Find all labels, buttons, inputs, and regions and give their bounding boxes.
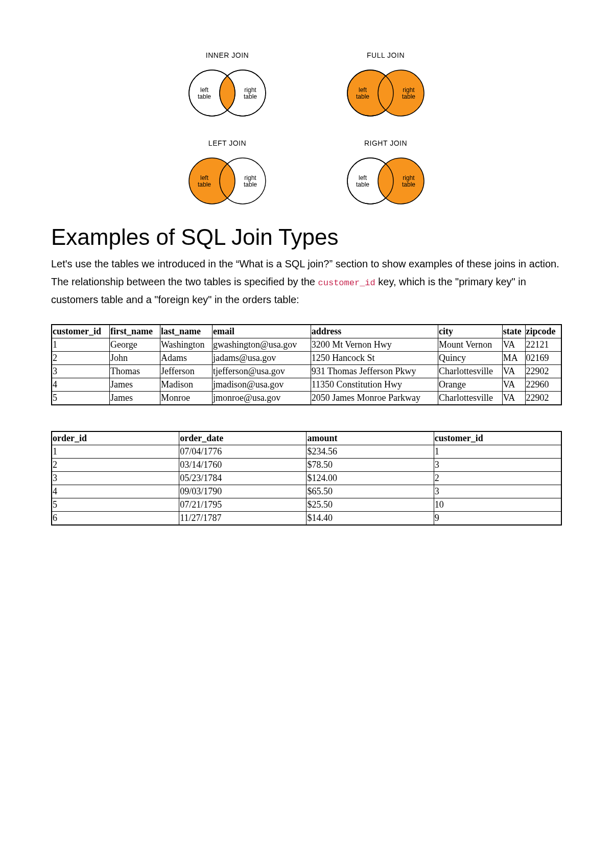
table-cell: Washington — [160, 338, 213, 352]
table-cell: 1 — [434, 445, 561, 459]
intro-paragraph: Let's use the tables we introduced in th… — [51, 255, 562, 309]
table-cell: Adams — [160, 352, 213, 365]
svg-text:left: left — [200, 86, 209, 94]
table-cell: Monroe — [160, 392, 213, 405]
table-cell: 3 — [434, 459, 561, 472]
table-cell: John — [109, 352, 160, 365]
table-cell: 5 — [52, 392, 109, 405]
table-cell: 5 — [52, 498, 179, 512]
table-row: 611/27/1787$14.409 — [52, 512, 561, 526]
table-cell: 22902 — [525, 392, 561, 405]
table-cell: 2050 James Monroe Parkway — [311, 392, 438, 405]
svg-text:right: right — [244, 174, 256, 181]
table-cell: James — [109, 392, 160, 405]
table-cell: 1250 Hancock St — [311, 352, 438, 365]
table-cell: Quincy — [438, 352, 503, 365]
table-cell: Charlottesville — [438, 392, 503, 405]
customers-header-cell: address — [311, 325, 438, 338]
customers-header-cell: customer_id — [52, 325, 109, 338]
venn-inner-join-icon: left table right table — [171, 62, 284, 124]
svg-text:left: left — [200, 174, 209, 181]
table-cell: 3 — [52, 472, 179, 485]
table-cell: $25.50 — [306, 498, 434, 512]
table-cell: Mount Vernon — [438, 338, 503, 352]
table-cell: $78.50 — [306, 459, 434, 472]
table-cell: jmonroe@usa.gov — [213, 392, 311, 405]
table-cell: George — [109, 338, 160, 352]
orders-header-cell: amount — [306, 431, 434, 445]
table-cell: 6 — [52, 512, 179, 526]
svg-text:right: right — [244, 86, 256, 94]
table-cell: 1 — [52, 445, 179, 459]
table-cell: 09/03/1790 — [179, 485, 306, 498]
table-cell: VA — [502, 378, 525, 392]
venn-inner-join: INNER JOIN left table right table — [158, 51, 296, 124]
svg-text:right: right — [403, 174, 415, 181]
svg-point-17 — [189, 158, 235, 204]
table-cell: jmadison@usa.gov — [213, 378, 311, 392]
table-row: 507/21/1795$25.5010 — [52, 498, 561, 512]
customers-header-cell: city — [438, 325, 503, 338]
customers-header-cell: state — [502, 325, 525, 338]
venn-left-join-icon: left table right table — [171, 150, 284, 212]
table-cell: 2 — [52, 459, 179, 472]
table-cell: $65.50 — [306, 485, 434, 498]
svg-text:left: left — [359, 86, 367, 94]
table-cell: 11350 Constitution Hwy — [311, 378, 438, 392]
table-cell: 02169 — [525, 352, 561, 365]
venn-title: INNER JOIN — [158, 51, 296, 59]
table-cell: 22121 — [525, 338, 561, 352]
table-cell: tjefferson@usa.gov — [213, 365, 311, 378]
customer-id-key: customer_id — [318, 278, 375, 288]
table-cell: VA — [502, 392, 525, 405]
table-cell: 2 — [434, 472, 561, 485]
orders-header-cell: order_date — [179, 431, 306, 445]
table-cell: 2 — [52, 352, 109, 365]
customers-header-cell: email — [213, 325, 311, 338]
table-cell: 22902 — [525, 365, 561, 378]
table-cell: 3200 Mt Vernon Hwy — [311, 338, 438, 352]
venn-right-join: RIGHT JOIN left table right table — [317, 139, 455, 212]
venn-title: LEFT JOIN — [158, 139, 296, 147]
svg-point-11 — [378, 70, 424, 116]
orders-header-cell: order_id — [52, 431, 179, 445]
svg-text:table: table — [198, 181, 211, 188]
table-row: 409/03/1790$65.503 — [52, 485, 561, 498]
table-cell: Jefferson — [160, 365, 213, 378]
table-cell: 05/23/1784 — [179, 472, 306, 485]
table-cell: 10 — [434, 498, 561, 512]
svg-text:table: table — [244, 181, 257, 188]
table-cell: 9 — [434, 512, 561, 526]
table-cell: $14.40 — [306, 512, 434, 526]
customers-table: customer_idfirst_namelast_nameemailaddre… — [51, 324, 562, 405]
svg-point-24 — [378, 158, 424, 204]
table-cell: 4 — [52, 485, 179, 498]
table-cell: 931 Thomas Jefferson Pkwy — [311, 365, 438, 378]
customers-header-cell: first_name — [109, 325, 160, 338]
venn-title: RIGHT JOIN — [317, 139, 455, 147]
table-cell: Madison — [160, 378, 213, 392]
table-cell: gwashington@usa.gov — [213, 338, 311, 352]
svg-text:table: table — [356, 181, 369, 188]
venn-title: FULL JOIN — [317, 51, 455, 59]
table-cell: $234.56 — [306, 445, 434, 459]
table-cell: VA — [502, 365, 525, 378]
table-cell: Orange — [438, 378, 503, 392]
table-cell: 11/27/1787 — [179, 512, 306, 526]
page-title: Examples of SQL Join Types — [51, 224, 562, 250]
table-row: 3ThomasJeffersontjefferson@usa.gov931 Th… — [52, 365, 561, 378]
svg-text:table: table — [198, 93, 211, 100]
venn-right-join-icon: left table right table — [329, 150, 442, 212]
table-cell: Thomas — [109, 365, 160, 378]
svg-text:left: left — [359, 174, 367, 181]
page: INNER JOIN left table right table FULL J… — [0, 0, 613, 868]
venn-grid: INNER JOIN left table right table FULL J… — [158, 51, 455, 212]
table-row: 107/04/1776$234.561 — [52, 445, 561, 459]
venn-full-join: FULL JOIN left table right table — [317, 51, 455, 124]
svg-text:table: table — [402, 93, 415, 100]
table-cell: 3 — [52, 365, 109, 378]
orders-header-cell: customer_id — [434, 431, 561, 445]
table-row: 1GeorgeWashingtongwashington@usa.gov3200… — [52, 338, 561, 352]
table-row: 4JamesMadisonjmadison@usa.gov11350 Const… — [52, 378, 561, 392]
customers-header-cell: zipcode — [525, 325, 561, 338]
